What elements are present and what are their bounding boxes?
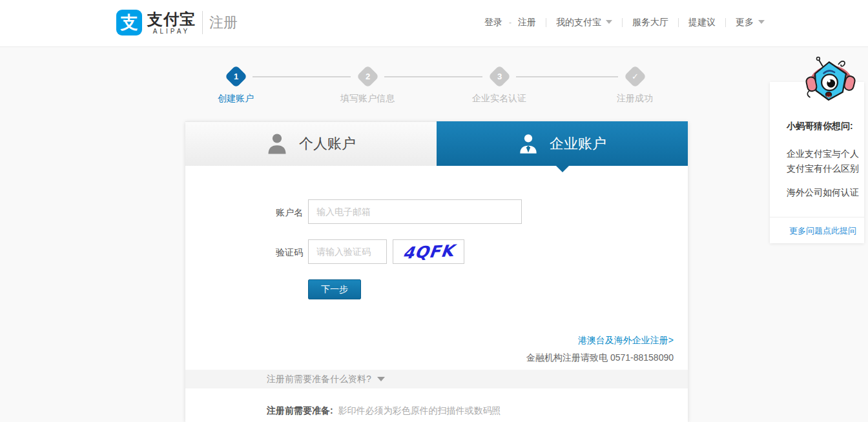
person-icon [266, 132, 288, 156]
nav-more[interactable]: 更多 [736, 17, 765, 28]
nav-my-alipay[interactable]: 我的支付宝 [556, 17, 612, 28]
overseas-register-link[interactable]: 港澳台及海外企业注册> [578, 335, 674, 347]
step-2-marker: 2 [356, 65, 379, 88]
helper-more-link[interactable]: 更多问题点此提问 [789, 225, 856, 237]
captcha-input[interactable] [308, 239, 387, 264]
alipay-logo-glyph: 支 [121, 11, 138, 34]
tab-personal-account[interactable]: 个人账户 [185, 121, 437, 166]
nav-more-label: 更多 [736, 17, 754, 27]
brand-cn: 支付宝 [147, 11, 196, 28]
nav-separator [725, 18, 726, 27]
step-3-label: 企业实名认证 [472, 93, 526, 105]
top-nav: 登录 - 注册 我的支付宝 服务大厅 提建议 更多 [484, 17, 765, 28]
step-2-label: 填写账户信息 [340, 93, 395, 105]
alipay-logo-icon: 支 [116, 10, 142, 35]
captcha-image[interactable]: 4QFK [393, 239, 464, 264]
nav-my-alipay-label: 我的支付宝 [556, 17, 601, 27]
nav-login[interactable]: 登录 [484, 17, 502, 28]
step-connector [384, 76, 482, 77]
step-connector [516, 76, 618, 77]
step-1-number: 1 [228, 68, 244, 85]
chevron-down-icon [606, 20, 612, 24]
prep-note-label: 注册前需要准备: [267, 405, 333, 416]
next-step-button[interactable]: 下一步 [308, 279, 361, 299]
step-1-marker: 1 [225, 65, 247, 88]
top-header: 支 支付宝 ALIPAY 注册 登录 - 注册 我的支付宝 服务大厅 提建议 更… [0, 0, 868, 47]
finance-hotline-text: 金融机构注册请致电 0571-88158090 [526, 352, 674, 364]
step-2-number: 2 [360, 68, 376, 85]
alipay-logo[interactable]: 支 支付宝 ALIPAY 注册 [116, 10, 238, 35]
account-name-label: 账户名 [238, 207, 303, 219]
chevron-down-icon [377, 377, 385, 381]
nav-service-hall[interactable]: 服务大厅 [632, 17, 668, 28]
logo-divider [202, 11, 203, 34]
nav-dash: - [509, 18, 512, 27]
helper-title: 小蚂哥猜你想问: [787, 121, 853, 132]
registration-page: 支 支付宝 ALIPAY 注册 登录 - 注册 我的支付宝 服务大厅 提建议 更… [0, 0, 868, 422]
account-email-input[interactable] [308, 199, 522, 224]
nav-separator [678, 18, 679, 27]
nav-separator [546, 18, 546, 27]
tab-enterprise-account[interactable]: 企业账户 [437, 121, 688, 166]
prep-question-label: 注册前需要准备什么资料? [267, 374, 371, 385]
brand-en: ALIPAY [147, 28, 196, 35]
step-3-number: 3 [491, 68, 508, 85]
helper-divider [770, 217, 864, 217]
prep-note-text: 影印件必须为彩色原件的扫描件或数码照 [338, 405, 501, 416]
step-connector [253, 76, 351, 77]
register-panel: 个人账户 企业账户 账户名 验证码 4QFK 下一步 港澳台及海 [185, 121, 688, 422]
check-icon: ✓ [627, 68, 643, 85]
captcha-label: 验证码 [238, 247, 303, 259]
captcha-code: 4QFK [402, 241, 455, 262]
helper-question-2[interactable]: 海外公司如何认证 [787, 185, 860, 200]
chevron-down-icon [758, 20, 765, 24]
step-3-marker: 3 [488, 65, 511, 88]
prep-note: 注册前需要准备: 影印件必须为彩色原件的扫描件或数码照 [267, 405, 501, 417]
step-4-label: 注册成功 [617, 93, 653, 105]
tab-personal-label: 个人账户 [299, 134, 356, 154]
helper-question-1[interactable]: 企业支付宝与个人支付宝有什么区别 [787, 146, 860, 176]
active-tab-notch [556, 166, 569, 172]
brand-text: 支付宝 ALIPAY [147, 11, 196, 35]
mascot-robot-icon [801, 55, 860, 107]
account-type-tabs: 个人账户 企业账户 [185, 121, 688, 166]
nav-feedback[interactable]: 提建议 [688, 17, 716, 28]
step-4-marker-check-icon: ✓ [624, 65, 646, 88]
page-title: 注册 [209, 13, 238, 32]
tab-enterprise-label: 企业账户 [550, 134, 606, 154]
step-1-label: 创建账户 [218, 93, 254, 105]
business-person-icon [518, 132, 539, 156]
nav-separator [622, 18, 623, 27]
prep-materials-toggle[interactable]: 注册前需要准备什么资料? [185, 370, 688, 388]
nav-register[interactable]: 注册 [518, 17, 536, 28]
